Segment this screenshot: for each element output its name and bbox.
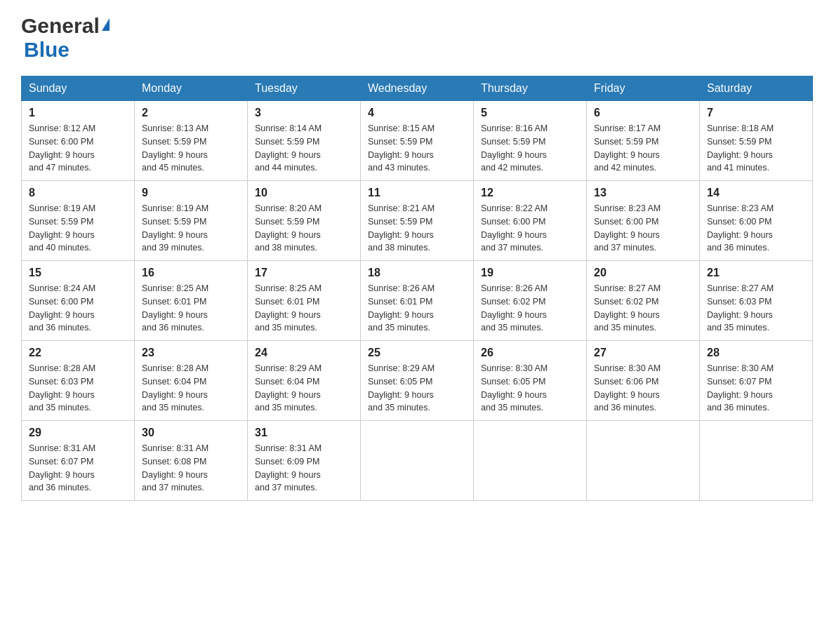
calendar-cell: 23 Sunrise: 8:28 AMSunset: 6:04 PMDaylig… [135, 341, 248, 421]
calendar-cell: 20 Sunrise: 8:27 AMSunset: 6:02 PMDaylig… [587, 261, 700, 341]
day-info: Sunrise: 8:31 AMSunset: 6:09 PMDaylight:… [255, 442, 353, 495]
day-number: 10 [255, 187, 353, 199]
week-row-2: 8 Sunrise: 8:19 AMSunset: 5:59 PMDayligh… [22, 181, 813, 261]
week-row-5: 29 Sunrise: 8:31 AMSunset: 6:07 PMDaylig… [22, 421, 813, 501]
day-number: 25 [368, 347, 466, 359]
day-number: 27 [594, 347, 692, 359]
day-info: Sunrise: 8:28 AMSunset: 6:03 PMDaylight:… [29, 362, 127, 415]
calendar-cell: 28 Sunrise: 8:30 AMSunset: 6:07 PMDaylig… [700, 341, 813, 421]
day-info: Sunrise: 8:26 AMSunset: 6:02 PMDaylight:… [481, 282, 579, 335]
day-number: 23 [142, 347, 240, 359]
day-info: Sunrise: 8:19 AMSunset: 5:59 PMDaylight:… [29, 202, 127, 255]
col-header-monday: Monday [135, 76, 248, 101]
calendar-cell: 27 Sunrise: 8:30 AMSunset: 6:06 PMDaylig… [587, 341, 700, 421]
day-number: 3 [255, 107, 353, 119]
day-info: Sunrise: 8:22 AMSunset: 6:00 PMDaylight:… [481, 202, 579, 255]
day-number: 17 [255, 267, 353, 279]
day-number: 22 [29, 347, 127, 359]
day-info: Sunrise: 8:28 AMSunset: 6:04 PMDaylight:… [142, 362, 240, 415]
day-info: Sunrise: 8:20 AMSunset: 5:59 PMDaylight:… [255, 202, 353, 255]
day-number: 21 [707, 267, 805, 279]
day-info: Sunrise: 8:27 AMSunset: 6:02 PMDaylight:… [594, 282, 692, 335]
calendar-cell: 4 Sunrise: 8:15 AMSunset: 5:59 PMDayligh… [361, 101, 474, 181]
day-number: 11 [368, 187, 466, 199]
calendar-cell: 8 Sunrise: 8:19 AMSunset: 5:59 PMDayligh… [22, 181, 135, 261]
col-header-friday: Friday [587, 76, 700, 101]
day-info: Sunrise: 8:29 AMSunset: 6:05 PMDaylight:… [368, 362, 466, 415]
calendar-cell: 12 Sunrise: 8:22 AMSunset: 6:00 PMDaylig… [474, 181, 587, 261]
calendar-cell: 29 Sunrise: 8:31 AMSunset: 6:07 PMDaylig… [22, 421, 135, 501]
day-info: Sunrise: 8:19 AMSunset: 5:59 PMDaylight:… [142, 202, 240, 255]
day-info: Sunrise: 8:13 AMSunset: 5:59 PMDaylight:… [142, 122, 240, 175]
col-header-sunday: Sunday [22, 76, 135, 101]
col-header-thursday: Thursday [474, 76, 587, 101]
day-number: 26 [481, 347, 579, 359]
day-number: 30 [142, 427, 240, 439]
day-info: Sunrise: 8:25 AMSunset: 6:01 PMDaylight:… [255, 282, 353, 335]
day-number: 14 [707, 187, 805, 199]
day-number: 15 [29, 267, 127, 279]
day-info: Sunrise: 8:15 AMSunset: 5:59 PMDaylight:… [368, 122, 466, 175]
calendar-cell: 18 Sunrise: 8:26 AMSunset: 6:01 PMDaylig… [361, 261, 474, 341]
calendar-cell: 24 Sunrise: 8:29 AMSunset: 6:04 PMDaylig… [248, 341, 361, 421]
calendar-cell: 9 Sunrise: 8:19 AMSunset: 5:59 PMDayligh… [135, 181, 248, 261]
day-info: Sunrise: 8:30 AMSunset: 6:07 PMDaylight:… [707, 362, 805, 415]
day-number: 12 [481, 187, 579, 199]
calendar-cell [474, 421, 587, 501]
calendar-cell: 11 Sunrise: 8:21 AMSunset: 5:59 PMDaylig… [361, 181, 474, 261]
day-info: Sunrise: 8:14 AMSunset: 5:59 PMDaylight:… [255, 122, 353, 175]
day-number: 13 [594, 187, 692, 199]
calendar-cell: 7 Sunrise: 8:18 AMSunset: 5:59 PMDayligh… [700, 101, 813, 181]
day-number: 8 [29, 187, 127, 199]
day-info: Sunrise: 8:25 AMSunset: 6:01 PMDaylight:… [142, 282, 240, 335]
day-number: 2 [142, 107, 240, 119]
day-info: Sunrise: 8:30 AMSunset: 6:06 PMDaylight:… [594, 362, 692, 415]
calendar-cell [587, 421, 700, 501]
calendar-cell: 31 Sunrise: 8:31 AMSunset: 6:09 PMDaylig… [248, 421, 361, 501]
calendar-cell: 13 Sunrise: 8:23 AMSunset: 6:00 PMDaylig… [587, 181, 700, 261]
calendar-cell: 3 Sunrise: 8:14 AMSunset: 5:59 PMDayligh… [248, 101, 361, 181]
calendar-cell: 14 Sunrise: 8:23 AMSunset: 6:00 PMDaylig… [700, 181, 813, 261]
calendar-cell: 1 Sunrise: 8:12 AMSunset: 6:00 PMDayligh… [22, 101, 135, 181]
logo: General Blue [21, 14, 111, 62]
col-header-saturday: Saturday [700, 76, 813, 101]
day-info: Sunrise: 8:31 AMSunset: 6:08 PMDaylight:… [142, 442, 240, 495]
week-row-4: 22 Sunrise: 8:28 AMSunset: 6:03 PMDaylig… [22, 341, 813, 421]
day-info: Sunrise: 8:12 AMSunset: 6:00 PMDaylight:… [29, 122, 127, 175]
day-number: 20 [594, 267, 692, 279]
calendar-cell: 5 Sunrise: 8:16 AMSunset: 5:59 PMDayligh… [474, 101, 587, 181]
calendar-cell: 21 Sunrise: 8:27 AMSunset: 6:03 PMDaylig… [700, 261, 813, 341]
calendar-cell: 30 Sunrise: 8:31 AMSunset: 6:08 PMDaylig… [135, 421, 248, 501]
week-row-3: 15 Sunrise: 8:24 AMSunset: 6:00 PMDaylig… [22, 261, 813, 341]
calendar-cell: 10 Sunrise: 8:20 AMSunset: 5:59 PMDaylig… [248, 181, 361, 261]
day-number: 9 [142, 187, 240, 199]
logo-triangle-icon [102, 18, 110, 31]
day-info: Sunrise: 8:26 AMSunset: 6:01 PMDaylight:… [368, 282, 466, 335]
day-info: Sunrise: 8:16 AMSunset: 5:59 PMDaylight:… [481, 122, 579, 175]
calendar-cell: 19 Sunrise: 8:26 AMSunset: 6:02 PMDaylig… [474, 261, 587, 341]
day-info: Sunrise: 8:17 AMSunset: 5:59 PMDaylight:… [594, 122, 692, 175]
day-number: 18 [368, 267, 466, 279]
day-info: Sunrise: 8:21 AMSunset: 5:59 PMDaylight:… [368, 202, 466, 255]
day-info: Sunrise: 8:27 AMSunset: 6:03 PMDaylight:… [707, 282, 805, 335]
calendar-cell: 2 Sunrise: 8:13 AMSunset: 5:59 PMDayligh… [135, 101, 248, 181]
day-number: 7 [707, 107, 805, 119]
day-info: Sunrise: 8:24 AMSunset: 6:00 PMDaylight:… [29, 282, 127, 335]
day-info: Sunrise: 8:31 AMSunset: 6:07 PMDaylight:… [29, 442, 127, 495]
logo-general: General [21, 14, 100, 38]
day-number: 1 [29, 107, 127, 119]
logo-blue: Blue [24, 38, 70, 61]
calendar-table: SundayMondayTuesdayWednesdayThursdayFrid… [21, 76, 813, 501]
day-info: Sunrise: 8:18 AMSunset: 5:59 PMDaylight:… [707, 122, 805, 175]
day-info: Sunrise: 8:29 AMSunset: 6:04 PMDaylight:… [255, 362, 353, 415]
day-number: 4 [368, 107, 466, 119]
col-header-wednesday: Wednesday [361, 76, 474, 101]
calendar-cell: 6 Sunrise: 8:17 AMSunset: 5:59 PMDayligh… [587, 101, 700, 181]
page-header: General Blue [21, 14, 813, 62]
calendar-cell: 17 Sunrise: 8:25 AMSunset: 6:01 PMDaylig… [248, 261, 361, 341]
day-number: 28 [707, 347, 805, 359]
day-info: Sunrise: 8:23 AMSunset: 6:00 PMDaylight:… [707, 202, 805, 255]
day-number: 6 [594, 107, 692, 119]
calendar-cell: 16 Sunrise: 8:25 AMSunset: 6:01 PMDaylig… [135, 261, 248, 341]
calendar-cell: 22 Sunrise: 8:28 AMSunset: 6:03 PMDaylig… [22, 341, 135, 421]
